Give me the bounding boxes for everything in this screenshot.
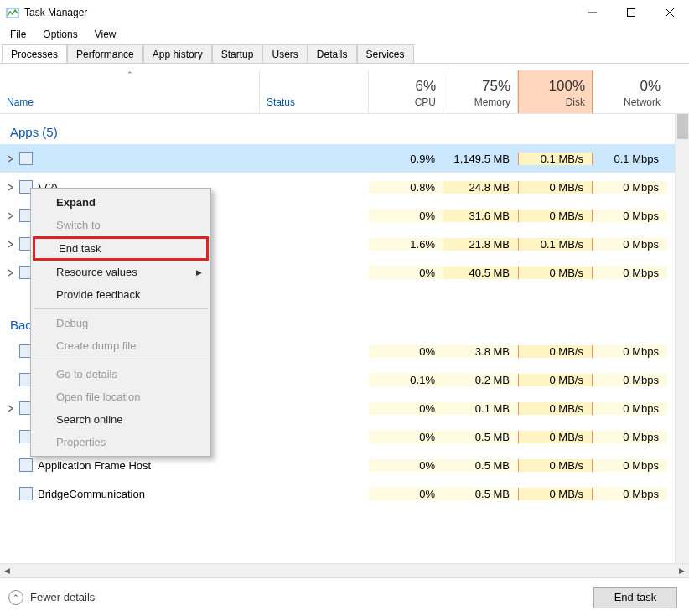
- col-name-label: Name: [7, 96, 252, 108]
- expand-row-icon[interactable]: [3, 212, 17, 220]
- cell-network: 0 Mbps: [593, 210, 667, 222]
- ctx-expand[interactable]: Expand: [33, 191, 209, 214]
- cell-cpu: 0%: [369, 488, 443, 500]
- cell-memory: 31.6 MB: [443, 210, 518, 222]
- ctx-properties: Properties: [33, 431, 209, 453]
- cell-disk: 0.1 MB/s: [518, 153, 593, 165]
- cell-cpu: 0%: [369, 345, 443, 358]
- cell-cpu: 0%: [369, 210, 443, 222]
- cell-network: 0 Mbps: [593, 267, 667, 279]
- cell-memory: 21.8 MB: [443, 238, 518, 251]
- chevron-up-icon: ⌃: [8, 590, 23, 605]
- cell-network: 0 Mbps: [593, 181, 667, 194]
- cell-cpu: 0%: [369, 431, 443, 443]
- expand-row-icon[interactable]: [3, 269, 17, 277]
- fewer-details-button[interactable]: ⌃ Fewer details: [8, 590, 95, 605]
- tabs: Processes Performance App history Startu…: [0, 44, 689, 64]
- cell-cpu: 0%: [369, 267, 443, 279]
- process-icon: [19, 458, 33, 472]
- process-row[interactable]: BridgeCommunication0%0.5 MB0 MB/s0 Mbps: [0, 479, 675, 508]
- vertical-scrollbar[interactable]: [675, 114, 689, 563]
- fewer-details-label: Fewer details: [30, 591, 95, 603]
- expand-row-icon[interactable]: [3, 405, 17, 412]
- cell-disk: 0 MB/s: [518, 459, 593, 472]
- maximize-button[interactable]: [612, 0, 650, 25]
- menubar: File Options View: [0, 25, 689, 44]
- cell-name: [0, 152, 260, 165]
- ctx-switch-to: Switch to: [33, 214, 209, 236]
- cell-name: Application Frame Host: [0, 458, 260, 472]
- col-network-percent: 0%: [599, 78, 661, 95]
- group-apps-header[interactable]: Apps (5): [0, 114, 675, 144]
- ctx-separator: [34, 360, 208, 360]
- task-manager-icon: [6, 6, 19, 19]
- menu-file[interactable]: File: [3, 26, 33, 43]
- cell-disk: 0 MB/s: [518, 402, 593, 415]
- tab-details[interactable]: Details: [308, 44, 357, 63]
- cell-disk: 0 MB/s: [518, 267, 593, 279]
- process-icon: [19, 487, 33, 500]
- cell-disk: 0 MB/s: [518, 374, 593, 386]
- cell-memory: 1,149.5 MB: [443, 153, 518, 165]
- ctx-end-task[interactable]: End task: [33, 236, 209, 261]
- col-name[interactable]: ⌃ Name: [0, 70, 260, 113]
- col-network[interactable]: 0% Network: [593, 70, 667, 113]
- col-memory-percent: 75%: [450, 78, 510, 95]
- ctx-resource-values[interactable]: Resource values: [33, 261, 209, 283]
- col-cpu-percent: 6%: [376, 78, 436, 95]
- ctx-open-file-location: Open file location: [33, 386, 209, 408]
- cell-memory: 0.5 MB: [443, 431, 518, 443]
- tab-services[interactable]: Services: [357, 44, 414, 63]
- col-disk[interactable]: 100% Disk: [518, 70, 593, 113]
- tab-processes[interactable]: Processes: [2, 44, 67, 63]
- process-icon: [19, 152, 33, 165]
- cell-cpu: 0%: [369, 402, 443, 415]
- ctx-separator: [34, 308, 208, 309]
- col-network-label: Network: [599, 96, 661, 108]
- task-manager-window: Task Manager File Options View Processes…: [0, 0, 689, 616]
- col-disk-percent: 100%: [526, 78, 585, 95]
- menu-view[interactable]: View: [88, 26, 123, 43]
- cell-network: 0 Mbps: [593, 488, 667, 500]
- minimize-button[interactable]: [573, 0, 612, 25]
- svg-rect-2: [628, 9, 635, 17]
- close-button[interactable]: [650, 0, 689, 25]
- ctx-search-online[interactable]: Search online: [33, 408, 209, 431]
- col-cpu[interactable]: 6% CPU: [369, 70, 443, 113]
- scroll-left-button[interactable]: ◀: [0, 564, 14, 577]
- end-task-button[interactable]: End task: [593, 587, 677, 608]
- process-name: Application Frame Host: [38, 459, 151, 472]
- cell-cpu: 0.9%: [369, 153, 443, 165]
- tab-performance[interactable]: Performance: [67, 44, 143, 63]
- cell-memory: 3.8 MB: [443, 345, 518, 358]
- horizontal-scrollbar[interactable]: ◀ ▶: [0, 563, 689, 577]
- cell-name: BridgeCommunication: [0, 487, 260, 500]
- window-title: Task Manager: [24, 7, 573, 18]
- tab-users[interactable]: Users: [262, 44, 307, 63]
- cell-network: 0.1 Mbps: [593, 153, 667, 165]
- cell-memory: 0.5 MB: [443, 459, 518, 472]
- cell-disk: 0 MB/s: [518, 181, 593, 194]
- cell-memory: 0.2 MB: [443, 374, 518, 386]
- column-headers: ⌃ Name Status 6% CPU 75% Memory 100% Dis…: [0, 70, 689, 114]
- expand-row-icon[interactable]: [3, 241, 17, 248]
- ctx-provide-feedback[interactable]: Provide feedback: [33, 283, 209, 306]
- cell-network: 0 Mbps: [593, 238, 667, 251]
- ctx-create-dump: Create dump file: [33, 334, 209, 357]
- menu-options[interactable]: Options: [36, 26, 84, 43]
- cell-network: 0 Mbps: [593, 431, 667, 443]
- col-cpu-label: CPU: [376, 96, 436, 108]
- cell-memory: 40.5 MB: [443, 267, 518, 279]
- col-memory[interactable]: 75% Memory: [443, 70, 518, 113]
- cell-cpu: 0%: [369, 459, 443, 472]
- process-row[interactable]: 0.9%1,149.5 MB0.1 MB/s0.1 Mbps: [0, 144, 675, 173]
- col-status[interactable]: Status: [260, 70, 369, 113]
- expand-row-icon[interactable]: [3, 184, 17, 191]
- cell-cpu: 1.6%: [369, 238, 443, 251]
- tab-app-history[interactable]: App history: [143, 44, 212, 63]
- expand-row-icon[interactable]: [3, 155, 17, 163]
- cell-memory: 0.5 MB: [443, 488, 518, 500]
- scroll-right-button[interactable]: ▶: [675, 564, 689, 577]
- tab-startup[interactable]: Startup: [212, 44, 263, 63]
- col-status-label: Status: [267, 96, 361, 108]
